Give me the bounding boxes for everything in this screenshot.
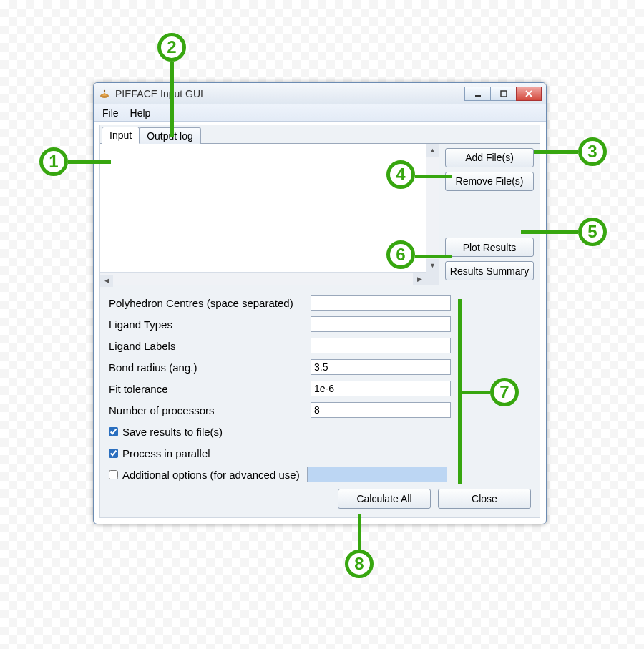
client-area: Input Output log ▲ ▼ ◀ ▶ [99, 125, 540, 518]
fit-tol-input[interactable] [311, 381, 451, 396]
plot-results-button[interactable]: Plot Results [445, 238, 534, 257]
ligand-types-input[interactable] [311, 316, 451, 332]
ligand-types-label: Ligand Types [109, 318, 311, 331]
callout-8-num: 8 [354, 554, 364, 574]
menu-file[interactable]: File [97, 106, 125, 120]
callout-6: 6 [386, 240, 415, 269]
callout-5-num: 5 [587, 222, 597, 242]
scroll-up-icon[interactable]: ▲ [426, 144, 439, 157]
row-ligand-labels: Ligand Labels [109, 335, 531, 356]
close-window-button[interactable] [516, 87, 542, 101]
svg-rect-3 [501, 91, 507, 97]
leader-1 [68, 160, 111, 164]
row-bond-radius: Bond radius (ang.) [109, 356, 531, 378]
scroll-right-icon[interactable]: ▶ [413, 273, 426, 285]
svg-rect-2 [475, 95, 481, 97]
callout-8: 8 [345, 550, 374, 578]
side-buttons: Add File(s) Remove File(s) Plot Results … [439, 144, 540, 285]
tab-input[interactable]: Input [102, 127, 140, 144]
titlebar: PIEFACE Input GUI [94, 83, 546, 104]
close-button[interactable]: Close [438, 489, 531, 509]
remove-files-button[interactable]: Remove File(s) [445, 172, 534, 191]
minimize-button[interactable] [464, 87, 490, 101]
leader-6 [415, 255, 452, 258]
callout-4: 4 [386, 160, 415, 189]
callout-2-num: 2 [167, 37, 176, 57]
parallel-checkbox[interactable] [109, 449, 118, 458]
leader-7 [462, 391, 490, 394]
row-ligand-types: Ligand Types [109, 313, 531, 335]
plot-results-label: Plot Results [463, 242, 517, 253]
fit-tol-label: Fit tolerance [109, 383, 311, 395]
advanced-input[interactable] [307, 467, 447, 482]
row-fit-tol: Fit tolerance [109, 378, 531, 399]
save-results-checkbox[interactable] [109, 427, 118, 436]
scroll-corner [426, 272, 439, 285]
row-num-proc: Number of processors [109, 399, 531, 421]
scroll-down-icon[interactable]: ▼ [426, 259, 439, 272]
leader-2 [170, 62, 174, 137]
maximize-button[interactable] [490, 87, 516, 101]
window-title: PIEFACE Input GUI [115, 88, 203, 99]
menubar: File Help [94, 104, 546, 122]
file-list-wrap: ▲ ▼ ◀ ▶ [100, 144, 439, 285]
advanced-checkbox[interactable] [109, 470, 118, 479]
row-parallel: Process in parallel [109, 442, 531, 464]
row-advanced: Additional options (for advanced use) [109, 464, 531, 485]
callout-6-num: 6 [396, 245, 405, 265]
callout-7: 7 [490, 378, 519, 406]
callout-4-num: 4 [396, 165, 405, 185]
form-pane: Polyhedron Centres (space separated) Lig… [100, 285, 540, 485]
vertical-scrollbar[interactable]: ▲ ▼ [426, 144, 439, 272]
app-window: PIEFACE Input GUI File Help Input Output… [93, 82, 547, 524]
file-listbox[interactable] [100, 144, 426, 272]
close-label: Close [472, 493, 497, 504]
row-poly-centres: Polyhedron Centres (space separated) [109, 292, 531, 313]
upper-pane: ▲ ▼ ◀ ▶ Add File(s) Remove File(s) P [100, 143, 540, 285]
advanced-label: Additional options (for advanced use) [122, 469, 301, 481]
poly-centres-input[interactable] [311, 295, 451, 311]
callout-5: 5 [578, 218, 607, 246]
save-results-label: Save results to file(s) [122, 426, 223, 438]
callout-3-num: 3 [587, 142, 597, 162]
window-controls [464, 87, 542, 101]
ligand-labels-input[interactable] [311, 338, 451, 353]
menu-help[interactable]: Help [125, 106, 157, 120]
button-spacer [445, 195, 534, 234]
leader-3 [534, 150, 578, 154]
leader-5 [521, 230, 578, 234]
num-proc-label: Number of processors [109, 404, 311, 416]
row-save-results: Save results to file(s) [109, 421, 531, 442]
app-icon [98, 87, 111, 100]
add-files-button[interactable]: Add File(s) [445, 148, 534, 167]
num-proc-input[interactable] [311, 402, 451, 418]
bond-radius-label: Bond radius (ang.) [109, 361, 311, 374]
bottom-buttons: Calculate All Close [338, 489, 531, 509]
callout-1: 1 [39, 147, 68, 176]
results-summary-label: Results Summary [450, 265, 529, 277]
callout-7-num: 7 [499, 382, 509, 402]
scroll-left-icon[interactable]: ◀ [100, 275, 113, 287]
svg-point-1 [104, 89, 105, 91]
ligand-labels-label: Ligand Labels [109, 340, 311, 352]
results-summary-button[interactable]: Results Summary [445, 261, 534, 280]
callout-1-num: 1 [49, 152, 58, 172]
tab-input-label: Input [109, 130, 132, 141]
leader-4 [415, 175, 452, 178]
calculate-all-label: Calculate All [356, 493, 411, 504]
calculate-all-button[interactable]: Calculate All [338, 489, 431, 509]
callout-3: 3 [578, 137, 607, 166]
parallel-label: Process in parallel [122, 447, 210, 459]
tabbar: Input Output log [100, 125, 540, 143]
add-files-label: Add File(s) [465, 152, 514, 163]
callout-2: 2 [157, 33, 186, 62]
horizontal-scrollbar[interactable]: ◀ ▶ [100, 272, 426, 285]
remove-files-label: Remove File(s) [456, 175, 524, 187]
bond-radius-input[interactable] [311, 359, 451, 375]
poly-centres-label: Polyhedron Centres (space separated) [109, 297, 311, 309]
leader-8 [358, 514, 361, 551]
